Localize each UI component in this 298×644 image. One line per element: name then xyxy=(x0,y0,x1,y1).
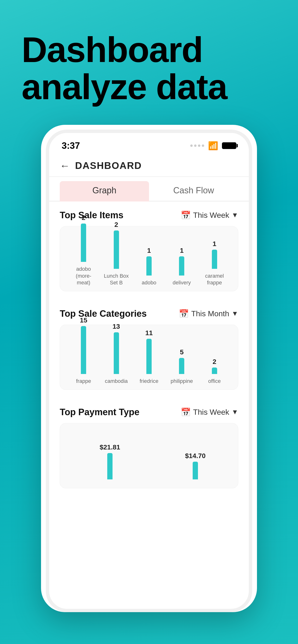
bar-label-0: adobo(more-meat) xyxy=(70,266,97,286)
top-sale-items-filter-label: This Week xyxy=(193,211,229,220)
cat-bar-3 xyxy=(179,358,184,374)
tab-graph[interactable]: Graph xyxy=(60,181,149,201)
top-sale-categories-filter[interactable]: 📅 This Month ▼ xyxy=(179,309,238,318)
top-payment-type-filter[interactable]: 📅 This Week ▼ xyxy=(181,407,238,417)
top-payment-type-title: Top Payment Type xyxy=(60,407,139,417)
top-sale-items-chart: 2 adobo(more-meat) 2 Lunch Box Set B xyxy=(60,226,238,291)
bar-label-2: adobo xyxy=(141,279,156,286)
bar-label-4: caramel frappe xyxy=(201,273,228,286)
bar-0 xyxy=(81,224,86,262)
bar-2 xyxy=(146,256,152,276)
bar-value-4: 1 xyxy=(213,240,216,248)
top-payment-type-bar-chart: $21.81 $14.70 xyxy=(65,430,233,483)
cat-bar-value-2: 11 xyxy=(145,329,153,337)
top-sale-categories-bar-chart: 15 frappe 13 cambodia xyxy=(65,332,233,385)
cat-bar-1 xyxy=(114,332,119,374)
cat-bar-label-1: cambodia xyxy=(105,378,128,385)
bar-value-3: 1 xyxy=(180,247,184,254)
pay-bar-item-1: $14.70 xyxy=(160,452,231,483)
cat-bar-label-3: philippine xyxy=(171,378,193,385)
cat-bar-label-4: office xyxy=(208,378,221,385)
cat-bar-2 xyxy=(146,339,152,374)
top-payment-type-section: Top Payment Type 📅 This Week ▼ $21.81 xyxy=(49,398,249,488)
wifi-icon: 📶 xyxy=(208,141,218,150)
bar-4 xyxy=(212,250,217,269)
bar-label-3: delivery xyxy=(173,279,191,286)
hero-title: Dashboardanalyze data xyxy=(22,31,276,106)
top-payment-type-filter-label: This Week xyxy=(193,408,229,417)
bar-value-2: 1 xyxy=(147,247,151,254)
cat-bar-item-1: 13 cambodia xyxy=(100,323,132,385)
cat-bar-0 xyxy=(81,326,86,374)
phone-border: 3:37 📶 ← DASHBOARD xyxy=(46,130,252,612)
signal-icon xyxy=(190,144,204,147)
bar-value-1: 2 xyxy=(114,221,118,228)
chevron-down-icon-2: ▼ xyxy=(232,310,238,318)
cat-bar-4 xyxy=(212,368,217,374)
cat-bar-label-2: friedrice xyxy=(140,378,158,385)
phone-mockup: 3:37 📶 ← DASHBOARD xyxy=(41,125,257,612)
cat-bar-item-4: 2 office xyxy=(198,358,231,385)
status-bar: 3:37 📶 xyxy=(49,133,249,155)
top-payment-type-chart: $21.81 $14.70 xyxy=(60,423,238,488)
top-sale-categories-chart: 15 frappe 13 cambodia xyxy=(60,325,238,390)
chevron-down-icon-3: ▼ xyxy=(232,408,238,416)
top-sale-categories-filter-label: This Month xyxy=(191,309,229,318)
pay-bar-1 xyxy=(193,462,198,480)
bar-item-1: 2 Lunch Box Set B xyxy=(100,221,132,286)
cat-bar-item-0: 15 frappe xyxy=(67,316,100,385)
bar-3 xyxy=(179,256,184,276)
battery-icon xyxy=(222,142,236,149)
cat-bar-label-0: frappe xyxy=(76,378,91,385)
pay-bar-value-0: $21.81 xyxy=(100,444,120,451)
bar-item-0: 2 adobo(more-meat) xyxy=(67,214,100,286)
tab-cashflow[interactable]: Cash Flow xyxy=(149,181,238,201)
cat-bar-value-1: 13 xyxy=(112,323,120,330)
bar-item-3: 1 delivery xyxy=(165,247,198,286)
back-button[interactable]: ← xyxy=(60,160,70,172)
top-sale-items-section: Top Sale Items 📅 This Week ▼ 2 xyxy=(49,202,249,291)
bar-item-2: 1 adobo xyxy=(133,247,165,286)
phone-frame: 3:37 📶 ← DASHBOARD xyxy=(41,125,257,612)
app-header: ← DASHBOARD xyxy=(49,155,249,177)
cat-bar-value-0: 15 xyxy=(80,316,87,324)
cat-bar-item-2: 11 friedrice xyxy=(133,329,165,385)
top-payment-type-header: Top Payment Type 📅 This Week ▼ xyxy=(60,407,238,417)
screen-content: Top Sale Items 📅 This Week ▼ 2 xyxy=(49,202,249,609)
pay-bar-value-1: $14.70 xyxy=(185,452,206,460)
cat-bar-item-3: 5 philippine xyxy=(165,348,198,385)
app-title: DASHBOARD xyxy=(75,160,142,171)
phone-screen: 3:37 📶 ← DASHBOARD xyxy=(49,133,249,609)
pay-bar-0 xyxy=(107,453,112,480)
status-icons: 📶 xyxy=(190,141,236,150)
calendar-icon-3: 📅 xyxy=(181,407,191,417)
top-sale-categories-section: Top Sale Categories 📅 This Month ▼ 15 xyxy=(49,300,249,390)
top-sale-items-bar-chart: 2 adobo(more-meat) 2 Lunch Box Set B xyxy=(65,234,233,286)
bar-item-4: 1 caramel frappe xyxy=(198,240,231,286)
cat-bar-value-3: 5 xyxy=(180,348,184,356)
calendar-icon-2: 📅 xyxy=(179,309,189,318)
cat-bar-value-4: 2 xyxy=(213,358,216,366)
bar-label-1: Lunch Box Set B xyxy=(103,273,129,286)
chevron-down-icon: ▼ xyxy=(232,211,238,219)
tab-bar: Graph Cash Flow xyxy=(49,177,249,202)
status-time: 3:37 xyxy=(62,141,80,151)
calendar-icon: 📅 xyxy=(181,210,191,220)
hero-section: Dashboardanalyze data xyxy=(0,0,298,120)
bar-1 xyxy=(114,230,119,269)
top-sale-items-filter[interactable]: 📅 This Week ▼ xyxy=(181,210,238,220)
bar-value-0: 2 xyxy=(82,214,85,222)
pay-bar-item-0: $21.81 xyxy=(74,444,145,483)
